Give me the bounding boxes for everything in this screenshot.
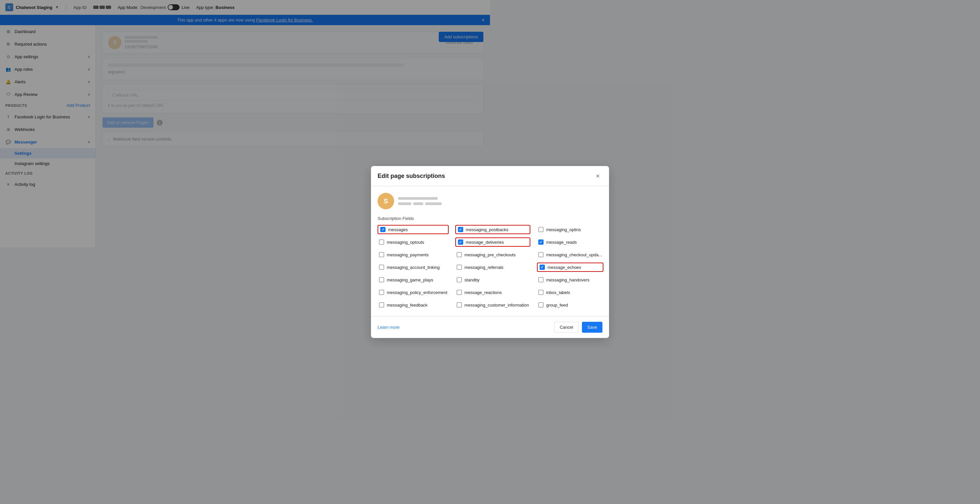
messaging-postbacks-label: messaging_postbacks [466, 227, 490, 232]
subscription-fields-grid: messages messaging_postbacks messaging_o… [378, 225, 490, 252]
field-messaging-postbacks: messaging_postbacks [455, 225, 490, 234]
message-deliveries-checkbox[interactable] [458, 239, 463, 245]
modal-body: S Subscription Fields messages [371, 186, 490, 252]
detail-block-3 [425, 202, 442, 205]
edit-page-subscriptions-modal: Edit page subscriptions × S Subscription… [371, 166, 490, 252]
messaging-optouts-label: messaging_optouts [387, 240, 424, 245]
modal-title: Edit page subscriptions [378, 173, 445, 180]
field-messages: messages [378, 225, 449, 234]
messaging-optouts-checkbox[interactable] [379, 239, 384, 245]
detail-block-1 [398, 202, 411, 205]
field-messaging-payments: messaging_payments [378, 250, 449, 252]
messages-checkbox[interactable] [380, 227, 385, 232]
account-detail-blocks [398, 202, 442, 205]
field-messaging-pre-checkouts: messaging_pre_checkouts [455, 250, 490, 252]
field-message-deliveries: message_deliveries [455, 237, 490, 247]
modal-account: S [378, 193, 490, 209]
modal-header: Edit page subscriptions × [371, 166, 490, 186]
field-messaging-optouts: messaging_optouts [378, 237, 449, 247]
messages-label: messages [388, 227, 408, 232]
account-name-block [398, 197, 438, 200]
message-deliveries-label: message_deliveries [466, 240, 490, 245]
modal-avatar: S [378, 193, 394, 209]
modal-overlay: Edit page subscriptions × S Subscription… [0, 0, 490, 252]
messaging-postbacks-checkbox[interactable] [458, 227, 463, 232]
modal-account-info [398, 197, 442, 205]
detail-block-2 [413, 202, 423, 205]
subscription-fields-label: Subscription Fields [378, 216, 490, 221]
